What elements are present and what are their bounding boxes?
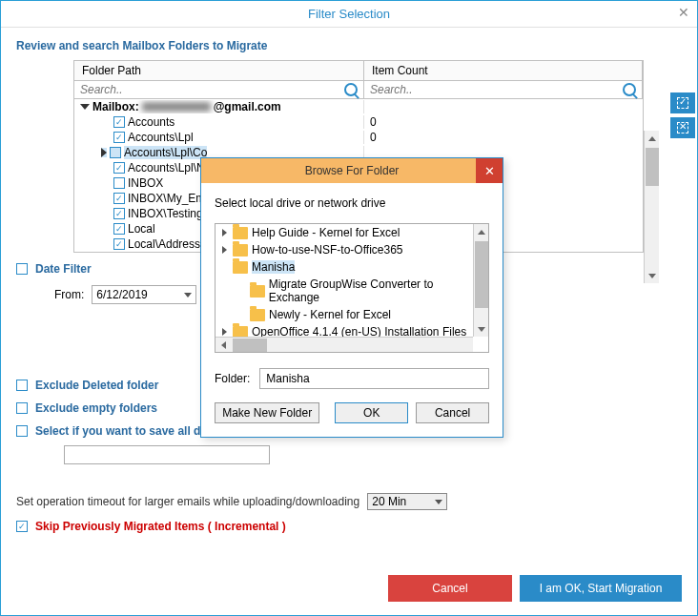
folder-icon bbox=[233, 227, 248, 239]
tree-row[interactable]: Mailbox:@gmail.com bbox=[74, 99, 643, 114]
scroll-right-icon[interactable] bbox=[458, 352, 473, 353]
folder-item[interactable]: Migrate GroupWise Converter to Exchange bbox=[216, 276, 488, 306]
scroll-up-icon[interactable] bbox=[645, 131, 660, 146]
timeout-label: Set operation timeout for larger emails … bbox=[16, 495, 359, 508]
browse-folder-dialog: Browse For Folder ✕ Select local drive o… bbox=[200, 157, 503, 438]
scroll-thumb[interactable] bbox=[646, 148, 659, 186]
skip-migrated-checkbox[interactable]: ✓ bbox=[16, 521, 28, 532]
row-label: INBOX bbox=[128, 176, 163, 190]
folder-input[interactable] bbox=[259, 368, 489, 389]
chevron-down-icon[interactable] bbox=[184, 293, 192, 298]
folder-label: How-to-use-NSF-to-Office365 bbox=[252, 243, 403, 257]
folder-item[interactable]: Manisha bbox=[216, 258, 488, 276]
row-label: Accounts\Lpl\No bbox=[128, 161, 211, 175]
search-icon[interactable] bbox=[623, 83, 636, 96]
modal-close-button[interactable]: ✕ bbox=[476, 158, 503, 183]
folder-icon bbox=[233, 244, 248, 257]
timeout-value: 20 Min bbox=[372, 495, 406, 508]
folder-list[interactable]: Help Guide - Kernel for ExcelHow-to-use-… bbox=[215, 223, 489, 353]
scroll-down-icon[interactable] bbox=[474, 321, 489, 337]
folder-item[interactable]: Newly - Kernel for Excel bbox=[216, 306, 488, 323]
modal-hint: Select local drive or network drive bbox=[215, 196, 489, 210]
row-checkbox[interactable]: ✓ bbox=[113, 177, 125, 189]
save-path-field[interactable] bbox=[64, 445, 270, 464]
row-checkbox[interactable]: ✓ bbox=[113, 116, 125, 128]
row-count bbox=[364, 100, 643, 113]
tree-scrollbar[interactable] bbox=[644, 131, 659, 283]
folder-label: Folder: bbox=[215, 372, 250, 385]
scroll-down-icon[interactable] bbox=[645, 268, 660, 283]
modal-title: Browse For Folder bbox=[305, 164, 400, 177]
window-title: Filter Selection bbox=[308, 7, 390, 21]
folder-icon bbox=[250, 309, 265, 321]
search-count-input[interactable] bbox=[370, 83, 619, 96]
chevron-down-icon[interactable] bbox=[435, 500, 442, 504]
modal-titlebar: Browse For Folder ✕ bbox=[201, 158, 503, 183]
expand-icon[interactable] bbox=[101, 148, 107, 157]
titlebar: Filter Selection ✕ bbox=[1, 1, 697, 28]
save-all-label: Select if you want to save all dat bbox=[35, 424, 211, 438]
expand-icon[interactable] bbox=[219, 229, 229, 236]
row-checkbox[interactable]: ✓ bbox=[113, 132, 125, 143]
make-new-folder-button[interactable]: Make New Folder bbox=[215, 402, 319, 423]
section-heading: Review and search Mailbox Folders to Mig… bbox=[16, 39, 682, 52]
row-checkbox[interactable]: ✓ bbox=[113, 193, 125, 204]
row-checkbox[interactable]: ✓ bbox=[113, 162, 125, 174]
skip-migrated-label: Skip Previously Migrated Items ( Increme… bbox=[35, 520, 286, 533]
folder-icon bbox=[250, 285, 265, 298]
modal-cancel-button[interactable]: Cancel bbox=[416, 402, 489, 423]
folder-item[interactable]: How-to-use-NSF-to-Office365 bbox=[216, 241, 488, 258]
exclude-deleted-checkbox[interactable]: ✓ bbox=[16, 380, 28, 391]
expand-icon[interactable] bbox=[219, 246, 229, 254]
exclude-deleted-label: Exclude Deleted folder bbox=[35, 379, 158, 392]
folder-icon bbox=[233, 261, 248, 274]
exclude-empty-checkbox[interactable]: ✓ bbox=[16, 402, 28, 414]
save-all-checkbox[interactable]: ✓ bbox=[16, 425, 28, 437]
row-label: Local bbox=[128, 222, 155, 236]
search-icon[interactable] bbox=[344, 83, 358, 96]
cancel-button[interactable]: Cancel bbox=[388, 575, 512, 602]
col-item-count[interactable]: Item Count bbox=[364, 61, 643, 80]
from-label: From: bbox=[54, 288, 84, 301]
exclude-empty-label: Exclude empty folders bbox=[35, 401, 157, 415]
timeout-select[interactable]: 20 Min bbox=[367, 493, 447, 510]
row-checkbox[interactable]: ✓ bbox=[113, 223, 125, 235]
ok-button[interactable]: OK bbox=[335, 402, 408, 423]
grid-header: Folder Path Item Count bbox=[73, 60, 644, 81]
tree-row[interactable]: ✓Accounts\Lpl0 bbox=[74, 130, 643, 145]
folder-label: Newly - Kernel for Excel bbox=[269, 308, 391, 321]
row-checkbox[interactable]: ✓ bbox=[113, 208, 125, 219]
tree-row[interactable]: ✓Accounts0 bbox=[74, 114, 643, 130]
expand-icon[interactable] bbox=[219, 328, 229, 336]
row-count: 0 bbox=[364, 131, 643, 144]
row-label: Accounts\Lpl bbox=[128, 131, 194, 144]
folder-list-vscroll[interactable] bbox=[473, 224, 488, 337]
folder-label: Help Guide - Kernel for Excel bbox=[252, 226, 400, 239]
search-folder-input[interactable] bbox=[80, 83, 340, 96]
expand-icon[interactable] bbox=[80, 104, 90, 110]
scroll-thumb[interactable] bbox=[475, 241, 488, 308]
row-count: 0 bbox=[364, 115, 643, 129]
date-filter-checkbox[interactable]: ✓ bbox=[16, 263, 28, 275]
folder-list-hscroll[interactable] bbox=[216, 337, 473, 352]
row-label: Mailbox: bbox=[92, 100, 139, 113]
folder-label: Migrate GroupWise Converter to Exchange bbox=[269, 277, 484, 304]
scroll-left-icon[interactable] bbox=[216, 338, 231, 353]
uncheck-all-button[interactable] bbox=[670, 117, 695, 138]
scroll-up-icon[interactable] bbox=[474, 224, 489, 239]
row-checkbox[interactable]: ✓ bbox=[110, 147, 121, 158]
row-checkbox[interactable]: ✓ bbox=[113, 238, 125, 250]
start-migration-button[interactable]: I am OK, Start Migration bbox=[520, 575, 682, 602]
scroll-thumb[interactable] bbox=[233, 339, 267, 352]
folder-item[interactable]: Help Guide - Kernel for Excel bbox=[216, 224, 488, 241]
row-label: Accounts\Lpl\Co bbox=[124, 146, 207, 159]
check-all-button[interactable] bbox=[670, 92, 695, 113]
col-folder-path[interactable]: Folder Path bbox=[74, 61, 364, 80]
close-icon[interactable]: ✕ bbox=[678, 5, 689, 20]
row-label: Accounts bbox=[128, 115, 174, 129]
from-date-value: 6/12/2019 bbox=[96, 288, 147, 301]
folder-label: Manisha bbox=[252, 260, 295, 274]
from-date-field[interactable]: 6/12/2019 bbox=[92, 285, 196, 304]
date-filter-label: Date Filter bbox=[35, 262, 92, 276]
